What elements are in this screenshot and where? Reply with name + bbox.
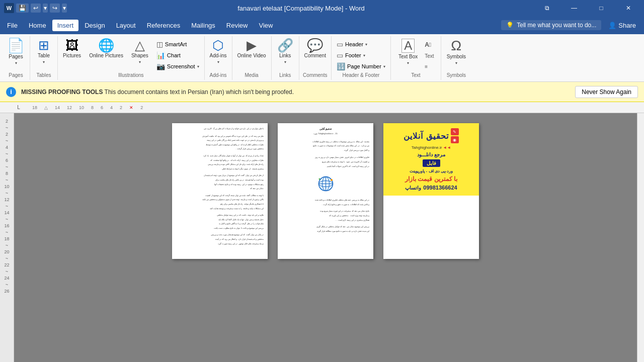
- menu-design[interactable]: Design: [79, 20, 110, 31]
- header-footer-group-content: ▭ Header ▾ ▭ Footer ▾ 🔢 Page Number ▾: [335, 37, 387, 71]
- links-arrow-icon: ▾: [284, 60, 286, 64]
- document-page-1[interactable]: با خيلي مواردي در اين باره مي خوانيد و ا…: [172, 123, 268, 259]
- addins-button[interactable]: ⬡ Add-ins ▾: [208, 37, 229, 66]
- maximize-button[interactable]: □: [590, 0, 613, 16]
- page-num-tilde3: ~: [6, 151, 8, 157]
- page-num-tilde6: ~: [6, 190, 8, 197]
- document-area[interactable]: با خيلي مواردي در اين باره مي خوانيد و ا…: [14, 113, 637, 362]
- shapes-button[interactable]: △ Shapes ▾: [129, 37, 150, 66]
- menu-home[interactable]: Home: [24, 20, 51, 31]
- footer-button[interactable]: ▭ Footer ▾: [335, 50, 387, 60]
- pictures-button[interactable]: 🖼 Pictures: [61, 37, 83, 60]
- ribbon-group-addins: ⬡ Add-ins ▾ Add-ins: [205, 36, 232, 80]
- smartart-button[interactable]: ◫ SmartArt: [154, 39, 201, 49]
- restore-button[interactable]: ⧉: [535, 0, 558, 16]
- menu-mailings[interactable]: Mailings: [186, 20, 220, 31]
- word-icon: W: [4, 3, 14, 13]
- pages-group-content: 📄 Pages ▾: [5, 37, 27, 71]
- info-message: MISSING PROOFING TOOLS This document con…: [21, 88, 570, 96]
- ad-icon-1: ✎: [451, 128, 459, 135]
- header-button[interactable]: ▭ Header ▾: [335, 39, 387, 49]
- page-num-26: 26: [4, 288, 9, 295]
- ad-subtitle: مرجع دانلـــود: [417, 152, 445, 157]
- share-icon: 👤: [608, 22, 616, 29]
- menu-view[interactable]: View: [254, 20, 278, 31]
- header-arrow-icon: ▾: [365, 42, 367, 47]
- page-num-8: 8: [6, 170, 8, 177]
- page-wrapper-1: با خيلي مواردي در اين باره مي خوانيد و ا…: [172, 123, 268, 259]
- left-sidebar: 2 ~ 2 ~ 4 ~ 6 ~ 8 ~ 10 ~ 12 ~ 14 ~ 16 ~ …: [0, 113, 14, 362]
- ruler: L 18 △ 14 12 10 8 6 4 2 ✕ 2: [0, 102, 644, 113]
- page-number-button[interactable]: 🔢 Page Number ▾: [335, 61, 387, 71]
- ruler-tab-icon[interactable]: L: [15, 104, 22, 111]
- ruler-num-6: 6: [101, 105, 103, 110]
- symbols-button[interactable]: Ω Symbols ▾: [445, 37, 468, 67]
- page-num-20: 20: [4, 249, 9, 255]
- ruler-numbers: 18 △ 14 12 10 8 6 4 2 ✕ 2: [22, 105, 644, 110]
- page-num-4: 4: [6, 144, 8, 151]
- symbols-label: Symbols: [447, 54, 466, 60]
- pages-arrow-icon: ▾: [15, 61, 17, 65]
- menu-review[interactable]: Review: [221, 20, 253, 31]
- share-button[interactable]: 👤 Share: [602, 20, 642, 31]
- comment-button[interactable]: 💬 Comment: [302, 37, 328, 60]
- page-num-12: 12: [4, 197, 9, 203]
- ribbon-group-header-footer: ▭ Header ▾ ▭ Footer ▾ 🔢 Page Number ▾: [332, 36, 391, 80]
- ribbon-group-media: ▶ Online Video Media: [232, 36, 272, 80]
- online-video-button[interactable]: ▶ Online Video: [235, 37, 268, 60]
- pages-button[interactable]: 📄 Pages ▾: [5, 37, 27, 67]
- addins-label: Add-ins: [210, 53, 227, 59]
- info-label: MISSING PROOFING TOOLS: [21, 88, 103, 96]
- menu-layout[interactable]: Layout: [111, 20, 141, 31]
- online-pictures-button[interactable]: 🌐 Online Pictures: [87, 37, 125, 60]
- tell-me-input[interactable]: 💡 Tell me what you want to do...: [501, 20, 601, 30]
- undo-button[interactable]: ↩: [31, 4, 41, 13]
- ad-content: تحقیق آنلاین ✎ ◉ Tahghigho: [383, 123, 479, 196]
- media-group-label: Media: [235, 71, 268, 79]
- chart-button[interactable]: 📊 Chart: [154, 50, 201, 60]
- document-page-2[interactable]: تحقيق آنلاين Tahghighonline.ir - 15 مورد…: [278, 123, 373, 259]
- title-bar-right: ⧉ — □ ✕: [535, 0, 640, 16]
- page-num-2b: 2: [6, 131, 8, 138]
- ribbon-group-tables: ⊞ Table ▾ Tables: [30, 36, 58, 80]
- never-show-button[interactable]: Never Show Again: [575, 86, 638, 98]
- screenshot-button[interactable]: 📷 Screenshot ▾: [154, 61, 201, 71]
- smartart-icon: ◫: [156, 40, 163, 48]
- redo-button[interactable]: ↪: [50, 4, 60, 13]
- menu-bar: File Home Insert Design Layout Reference…: [0, 16, 644, 34]
- media-group-content: ▶ Online Video: [235, 37, 268, 71]
- table-label: Table: [38, 53, 50, 59]
- table-button[interactable]: ⊞ Table ▾: [34, 37, 54, 66]
- page-num-tilde2: ~: [6, 138, 8, 144]
- ad-phone-row: 09981366624 واتساپ: [405, 185, 457, 191]
- links-button[interactable]: 🔗 Links ▾: [275, 37, 295, 66]
- online-pictures-icon: 🌐: [98, 39, 114, 52]
- menu-insert[interactable]: Insert: [52, 20, 79, 31]
- minimize-button[interactable]: —: [562, 0, 586, 16]
- screenshot-arrow-icon: ▾: [197, 64, 199, 69]
- menu-file[interactable]: File: [2, 20, 23, 31]
- links-label: Links: [279, 53, 291, 59]
- text-option-2[interactable]: Text: [423, 52, 436, 60]
- document-page-3[interactable]: تحقیق آنلاین ✎ ◉ Tahghigho: [383, 123, 479, 259]
- illustrations-group-label: Illustrations: [61, 71, 201, 79]
- ad-icon-2: ◉: [451, 136, 459, 143]
- smartart-label: SmartArt: [165, 41, 187, 47]
- text-option-1[interactable]: A⃞: [423, 40, 436, 49]
- close-button[interactable]: ✕: [617, 0, 640, 16]
- page-num-14: 14: [4, 210, 9, 216]
- text-box-button[interactable]: A Text Box ▾: [395, 37, 421, 67]
- customize-qat-button[interactable]: ▾: [62, 4, 67, 13]
- text-option-2-icon: Text: [425, 53, 434, 59]
- online-video-icon: ▶: [247, 39, 257, 52]
- text-option-3[interactable]: ≡: [423, 63, 436, 70]
- undo-dropdown-button[interactable]: ▾: [43, 4, 48, 13]
- text-group-content: A Text Box ▾ A⃞ Text ≡: [395, 37, 436, 71]
- page-num-tilde5: ~: [6, 177, 8, 184]
- symbols-arrow-icon: ▾: [455, 61, 457, 65]
- links-group-content: 🔗 Links ▾: [275, 37, 295, 71]
- save-button[interactable]: 💾: [16, 4, 29, 13]
- smartart-chart-screenshot-col: ◫ SmartArt 📊 Chart 📷 Screenshot ▾: [154, 37, 201, 71]
- menu-references[interactable]: References: [142, 20, 185, 31]
- addins-group-label: Add-ins: [208, 71, 229, 79]
